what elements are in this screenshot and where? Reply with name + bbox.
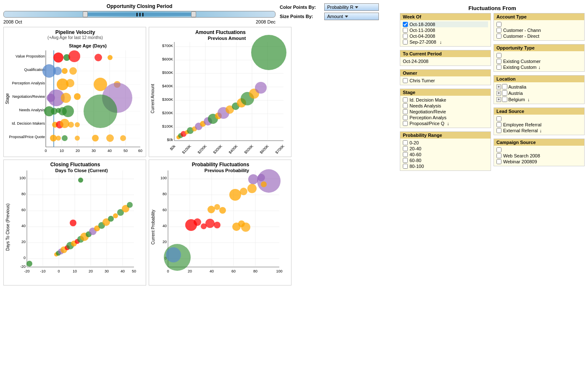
week-of-item-0[interactable]: Oct-18-2008 — [403, 21, 488, 27]
campaign-source-item-2[interactable]: Webinar 200809 — [496, 159, 582, 165]
size-by-dropdown[interactable]: Amount — [324, 13, 379, 20]
location-checkbox-2[interactable] — [502, 97, 507, 102]
slider-right-handle[interactable] — [191, 11, 196, 17]
week-of-checkbox-2[interactable] — [403, 34, 408, 39]
lead-source-item-2[interactable]: External Referral ↓ — [496, 128, 582, 134]
size-by-label: Size Points By: — [280, 14, 322, 19]
account-type-item-1[interactable]: Customer - Chann — [496, 27, 582, 33]
prob-range-label-2: 40-60 — [410, 152, 421, 157]
svg-point-211 — [229, 189, 241, 201]
svg-text:Stage Age (Days): Stage Age (Days) — [69, 43, 107, 48]
campaign-source-item-1[interactable]: Web Search 2008 — [496, 153, 582, 159]
svg-text:40: 40 — [121, 269, 125, 273]
prob-range-label-0: 0-20 — [410, 140, 419, 145]
svg-text:$100K: $100K — [181, 144, 192, 155]
week-of-checkbox-3[interactable] — [403, 39, 408, 45]
prob-range-checkbox-3[interactable] — [403, 158, 408, 163]
owner-item-0[interactable]: Chris Turner — [403, 78, 488, 84]
svg-text:30: 30 — [105, 269, 109, 273]
location-expand-2[interactable]: + — [496, 97, 501, 102]
svg-point-212 — [240, 188, 247, 195]
svg-text:Current Amount: Current Amount — [150, 84, 155, 113]
svg-text:$300K: $300K — [212, 144, 223, 155]
stage-item-0[interactable]: Id. Decision Make — [403, 97, 488, 103]
opp-type-item-2[interactable]: Existing Custom ↓ — [496, 64, 582, 70]
stage-item-4[interactable]: Proposal/Price Q ↓ — [403, 120, 488, 126]
stage-label-4: Proposal/Price Q — [410, 121, 444, 126]
week-of-checkbox-1[interactable] — [403, 28, 408, 33]
lead-source-item-1[interactable]: Employee Referral — [496, 122, 582, 128]
filter-right-column: Account Type Customer - Chann Custom — [494, 13, 585, 173]
location-checkbox-0[interactable] — [502, 84, 507, 89]
current-period-section: To Current Period Oct-24-2008 — [400, 50, 491, 66]
stage-item-2[interactable]: Negotiation/Revie — [403, 109, 488, 115]
prob-range-label-3: 60-80 — [410, 158, 421, 163]
stage-checkbox-3[interactable] — [403, 115, 408, 120]
week-of-label-1: Oct-11-2008 — [410, 28, 435, 33]
lead-source-checkbox-1[interactable] — [496, 122, 501, 127]
svg-point-50 — [74, 93, 81, 100]
stage-item-1[interactable]: Needs Analysis — [403, 103, 488, 109]
week-of-item-3[interactable]: Sep-27-2008 ↓ — [403, 39, 488, 45]
amount-fluctuations-chart: Amount Fluctuations Previous Amount Curr… — [149, 27, 291, 157]
account-type-checkbox-2[interactable] — [496, 34, 501, 39]
filter-left-column: Week Of Oct-18-2008 Oct-11-2008 Oct-0 — [400, 13, 491, 173]
week-of-item-2[interactable]: Oct-04-2008 — [403, 33, 488, 39]
location-item-2[interactable]: + Belgium ↓ — [496, 96, 582, 102]
slider-left-handle[interactable] — [83, 11, 88, 17]
opp-type-checkbox-1[interactable] — [496, 59, 501, 64]
opp-type-label-2: Existing Custom — [503, 65, 536, 70]
stage-checkbox-4[interactable] — [403, 121, 408, 126]
svg-text:Stage: Stage — [5, 93, 10, 104]
lead-source-checkbox-2[interactable] — [496, 128, 501, 133]
svg-text:-10: -10 — [40, 269, 45, 273]
prob-range-item-3[interactable]: 60-80 — [403, 157, 488, 163]
svg-text:$400K: $400K — [162, 84, 173, 88]
opp-type-checkbox-0[interactable] — [496, 53, 501, 58]
week-of-checkbox-0[interactable] — [403, 22, 408, 27]
stage-checkbox-2[interactable] — [403, 109, 408, 114]
week-of-item-1[interactable]: Oct-11-2008 — [403, 27, 488, 33]
svg-point-68 — [106, 134, 114, 142]
svg-point-218 — [214, 222, 220, 228]
svg-text:$200K: $200K — [162, 111, 173, 115]
stage-item-3[interactable]: Perception Analys — [403, 115, 488, 120]
svg-point-38 — [108, 55, 113, 60]
svg-text:Value Proposition: Value Proposition — [16, 54, 45, 58]
opp-type-item-0[interactable] — [496, 52, 582, 58]
lead-source-item-0[interactable] — [496, 116, 582, 122]
svg-text:100: 100 — [160, 176, 167, 180]
account-type-item-0[interactable] — [496, 21, 582, 27]
account-type-checkbox-0[interactable] — [496, 22, 501, 27]
prob-range-checkbox-2[interactable] — [403, 152, 408, 157]
prob-range-item-1[interactable]: 20-40 — [403, 146, 488, 152]
stage-checkbox-0[interactable] — [403, 97, 408, 102]
slider-title: Opportunity Closing Period — [3, 3, 276, 9]
opp-type-checkbox-2[interactable] — [496, 65, 501, 70]
account-type-checkbox-1[interactable] — [496, 28, 501, 33]
prob-range-item-2[interactable]: 40-60 — [403, 152, 488, 157]
prob-range-checkbox-1[interactable] — [403, 146, 408, 151]
account-type-item-2[interactable]: Customer - Direct — [496, 33, 582, 39]
owner-checkbox-0[interactable] — [403, 78, 408, 83]
location-item-0[interactable]: + Australia — [496, 84, 582, 90]
lead-source-checkbox-0[interactable] — [496, 116, 501, 121]
location-expand-0[interactable]: + — [496, 84, 501, 89]
prob-range-checkbox-4[interactable] — [403, 164, 408, 169]
prob-range-checkbox-0[interactable] — [403, 140, 408, 145]
prob-range-item-4[interactable]: 80-100 — [403, 163, 488, 169]
location-expand-1[interactable]: + — [496, 91, 501, 96]
location-item-1[interactable]: + Austria — [496, 90, 582, 96]
svg-point-56 — [62, 105, 74, 117]
campaign-source-checkbox-1[interactable] — [496, 153, 501, 158]
svg-point-221 — [241, 223, 250, 232]
color-by-dropdown[interactable]: Probability R — [324, 3, 379, 11]
prob-range-item-0[interactable]: 0-20 — [403, 140, 488, 146]
stage-checkbox-1[interactable] — [403, 103, 408, 108]
svg-point-104 — [251, 35, 286, 70]
opp-type-item-1[interactable]: Existing Customer — [496, 58, 582, 64]
campaign-source-checkbox-2[interactable] — [496, 159, 501, 164]
location-checkbox-1[interactable] — [502, 90, 507, 96]
campaign-source-checkbox-0[interactable] — [496, 147, 501, 152]
campaign-source-item-0[interactable] — [496, 147, 582, 153]
